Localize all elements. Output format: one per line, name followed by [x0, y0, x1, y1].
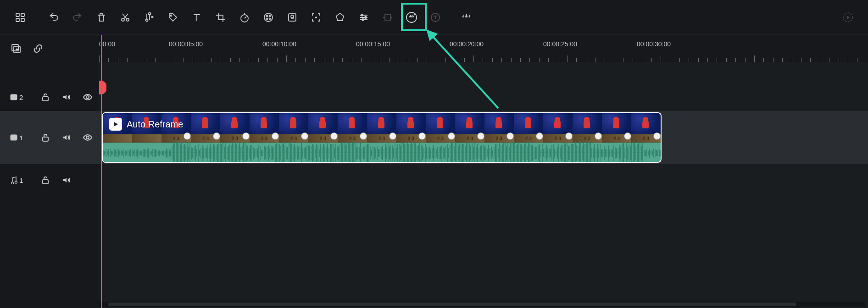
track-header-video2[interactable]: 2 — [0, 83, 99, 111]
svg-point-16 — [291, 15, 294, 18]
audio-stretch-icon[interactable] — [400, 6, 423, 29]
transform-icon[interactable] — [376, 6, 400, 29]
mask-icon[interactable] — [328, 6, 352, 29]
toolbar — [0, 0, 868, 35]
ruler-label: 00:00:05:00 — [169, 40, 203, 48]
adjust-icon[interactable] — [352, 6, 376, 29]
lock-icon[interactable] — [39, 174, 51, 186]
svg-point-8 — [171, 15, 172, 16]
svg-rect-2 — [16, 18, 19, 22]
track-id-video2: 2 — [10, 94, 30, 101]
track-row-video1[interactable]: 2 32 32 32 32 32 32 32 32 32 32 32 32 32… — [99, 111, 868, 164]
svg-point-10 — [264, 13, 273, 22]
track-row-video2[interactable] — [99, 83, 868, 111]
horizontal-scrollbar[interactable] — [99, 302, 865, 307]
track-row-gap — [99, 62, 868, 83]
playhead[interactable] — [101, 35, 102, 308]
cut-icon[interactable] — [113, 6, 137, 29]
svg-point-28 — [86, 96, 89, 99]
text-icon[interactable] — [185, 6, 209, 29]
apps-icon[interactable] — [8, 6, 32, 29]
ruler-label: 00:00:20:00 — [450, 40, 484, 48]
tag-icon[interactable] — [161, 6, 185, 29]
track-header-gap — [0, 62, 99, 83]
timeline: 2 1 1 00:0000:00: — [0, 35, 868, 308]
crop-icon[interactable] — [209, 6, 233, 29]
ruler-label: 00:00:10:00 — [262, 40, 296, 48]
link-icon[interactable] — [32, 43, 44, 55]
track-id-video1: 1 — [10, 134, 30, 142]
separator — [37, 11, 37, 24]
lock-icon[interactable] — [39, 132, 51, 143]
delete-icon[interactable] — [89, 6, 113, 29]
ruler-label: 00:00:15:00 — [356, 40, 390, 48]
svg-rect-20 — [385, 15, 390, 20]
svg-rect-3 — [21, 18, 24, 22]
timeline-body[interactable]: 00:0000:00:05:0000:00:10:0000:00:15:0000… — [99, 35, 868, 308]
lock-icon[interactable] — [39, 91, 51, 103]
undo-icon[interactable] — [42, 6, 66, 29]
svg-rect-1 — [21, 13, 24, 16]
svg-rect-27 — [43, 97, 48, 101]
ruler-label: 00:00:30:00 — [637, 40, 671, 48]
mute-icon[interactable] — [61, 132, 72, 143]
audio-beat-icon[interactable] — [454, 6, 478, 29]
track-header-column: 2 1 1 — [0, 35, 99, 308]
clip-thumbnail-strip: 2 32 32 32 32 32 32 32 32 32 32 32 32 32… — [103, 113, 661, 143]
clip-label: Auto Reframe — [109, 118, 183, 131]
render-icon[interactable] — [836, 6, 860, 29]
text-effect-icon[interactable] — [423, 6, 447, 29]
timeline-ruler[interactable]: 00:0000:00:05:0000:00:10:0000:00:15:0000… — [99, 35, 868, 62]
clip-waveform — [103, 143, 661, 162]
svg-point-11 — [267, 15, 268, 16]
track-id-audio: 1 — [10, 176, 30, 184]
svg-rect-32 — [43, 180, 48, 184]
ruler-label: 00:00:25:00 — [543, 40, 577, 48]
svg-point-12 — [269, 15, 271, 16]
svg-point-14 — [269, 18, 271, 19]
svg-point-13 — [267, 18, 268, 19]
audio-split-icon[interactable] — [137, 6, 161, 29]
visibility-icon[interactable] — [82, 91, 94, 103]
add-track-icon[interactable] — [10, 43, 22, 55]
svg-rect-0 — [16, 13, 19, 16]
ruler-header — [0, 35, 99, 62]
color-icon[interactable] — [256, 6, 280, 29]
clip-play-icon — [109, 118, 122, 131]
video-clip[interactable]: 2 32 32 32 32 32 32 32 32 32 32 32 32 32… — [102, 112, 662, 163]
track-header-audio[interactable]: 1 — [0, 164, 99, 196]
scrollbar-thumb[interactable] — [108, 302, 796, 306]
fit-icon[interactable] — [304, 6, 328, 29]
track-row-audio[interactable] — [99, 164, 868, 196]
svg-rect-30 — [43, 137, 48, 141]
redo-icon[interactable] — [66, 6, 89, 29]
mute-icon[interactable] — [61, 174, 72, 186]
speed-icon[interactable] — [233, 6, 256, 29]
clip-title: Auto Reframe — [127, 119, 183, 130]
track-header-video1[interactable]: 1 — [0, 111, 99, 164]
visibility-icon[interactable] — [82, 132, 94, 143]
mute-icon[interactable] — [61, 91, 72, 103]
svg-point-31 — [86, 136, 89, 139]
chroma-icon[interactable] — [280, 6, 304, 29]
